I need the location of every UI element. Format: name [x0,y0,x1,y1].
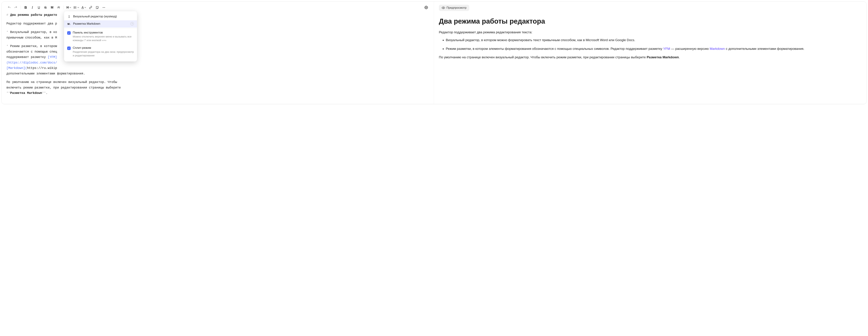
editor-link-text: [YFM] [48,55,57,59]
bold-button[interactable]: B [23,5,28,10]
editor-link-url: (https://diplodoc.com/docs/ [6,61,57,64]
redo-icon [14,6,18,9]
mode-wysiwyg-option[interactable]: Визуальный редактор (wysiwyg) [64,13,137,20]
preview-badge-label: Предпросмотр [446,6,466,9]
toolbar-separator [21,5,21,9]
markdown-icon: M↓ [67,22,71,26]
gear-icon [425,6,428,9]
settings-popup: Визуальный редактор (wysiwyg) M↓ Разметк… [64,11,137,61]
preview-list-item: Режим разметки, в котором элементы форма… [446,46,862,51]
svg-point-11 [443,7,444,8]
chevron-down-icon [84,7,86,8]
split-mode-option[interactable]: ✓ Сплит-режим Разделение редактора на дв… [64,44,137,60]
split-mode-desc: Разделение редактора на два окна: предпр… [73,50,134,57]
toolbar-toggle-option[interactable]: ✓ Панель инструментов Можно отключить ве… [64,29,137,44]
checkbox-checked-icon[interactable]: ✓ [67,47,71,50]
italic-button[interactable]: I [30,5,35,10]
note-button[interactable] [94,5,100,10]
preview-paragraph: По умолчанию на странице включен визуаль… [439,55,862,60]
mode-wysiwyg-label: Визуальный редактор (wysiwyg) [73,15,134,18]
preview-pane: Предпросмотр Два режима работы редактора… [434,2,866,104]
mono-button[interactable]: M [49,5,55,10]
eye-icon [442,6,445,9]
editor-link-url: https://ru.wikip [27,66,57,70]
editor-line: Визуальный редактор, в ко [10,30,57,34]
list-dropdown[interactable] [73,5,80,10]
list-icon [73,6,77,9]
mode-markdown-option[interactable]: M↓ Разметка Markdown ? [64,20,137,28]
redo-button[interactable] [13,5,19,10]
preview-badge: Предпросмотр [439,5,469,11]
svg-point-9 [426,7,427,8]
checkbox-checked-icon[interactable]: ✓ [67,31,71,35]
preview-bold: Разметка Markdown [647,55,679,59]
split-mode-label: Сплит-режим [73,46,134,50]
preview-link-yfm[interactable]: YFM [663,47,670,51]
svg-point-7 [104,7,104,8]
preview-list: Визуальный редактор, в котором можно фор… [439,37,862,51]
ai-button[interactable]: AI [56,5,61,10]
editor-line: Два режима работы редакто [10,13,57,17]
toolbar-toggle-desc: Можно отключить верхнее меню и вызывать … [73,35,134,42]
preview-link-markdown[interactable]: Markdown [710,47,725,51]
text-cursor-icon [67,15,71,19]
editor-line: включить режим разметки, при редактирова… [6,86,121,89]
preview-body: Два режима работы редактора Редактор под… [439,16,862,60]
editor-line: поддерживает разметку [6,55,48,59]
editor-line: По умолчанию на странице включен визуаль… [6,80,117,84]
link-button[interactable] [88,5,93,10]
mode-markdown-label: Разметка Markdown [73,22,128,26]
svg-point-2 [74,8,74,8]
underline-button[interactable]: U [36,5,42,10]
preview-heading: Два режима работы редактора [439,16,862,27]
chevron-down-icon [69,7,71,8]
svg-point-1 [74,7,74,8]
editor-link-text: [Markdown]( [6,66,27,70]
editor-line: дополнительными элементами форматировани… [6,72,85,75]
svg-point-6 [102,7,103,8]
undo-button[interactable] [6,5,12,10]
preview-list-item: Визуальный редактор, в котором можно фор… [446,37,862,42]
chevron-down-icon [78,7,79,8]
ellipsis-icon [102,6,105,9]
svg-point-0 [74,6,74,7]
settings-button[interactable] [424,5,429,10]
editor-line: Разметка Markdown [10,91,42,95]
undo-icon [8,6,11,9]
editor-line: обозначаются с помощью спец [6,50,57,54]
help-icon[interactable]: ? [130,22,134,26]
link-icon [89,6,92,9]
heading-dropdown[interactable]: H [66,5,72,10]
editor-pane: B I U S M AI H A [2,2,434,104]
preview-paragraph: Редактор поддерживает два режима редакти… [439,30,862,35]
toolbar-toggle-label: Панель инструментов [73,31,134,34]
font-color-dropdown[interactable]: A [81,5,87,10]
note-icon [96,6,99,9]
editor-line: Режим разметки, в котором [10,44,57,48]
editor-line: привычным способом, как в M [6,36,57,39]
svg-point-8 [104,7,105,8]
more-button[interactable] [101,5,106,10]
app-root: B I U S M AI H A [1,1,867,104]
strike-button[interactable]: S [43,5,48,10]
